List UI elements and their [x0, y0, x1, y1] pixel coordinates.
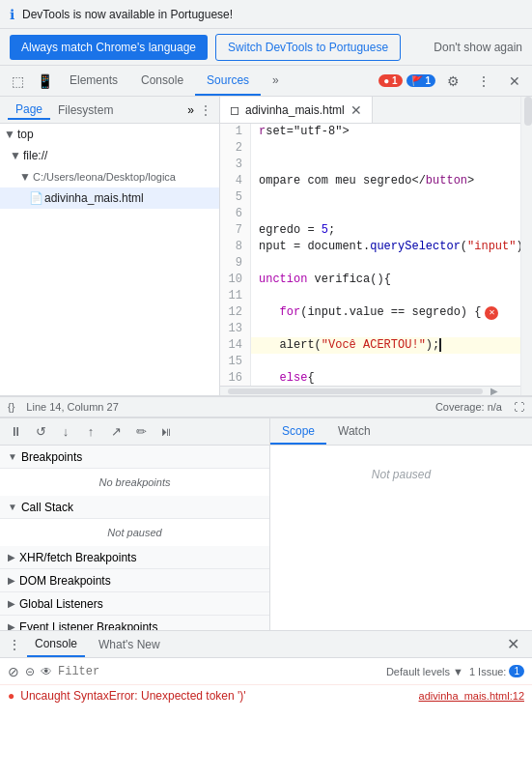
- code-editor[interactable]: 1 rset="utf-8"> 2 3 4 ompare com meu seg…: [220, 124, 520, 386]
- level-dropdown[interactable]: Default levels ▼: [386, 666, 463, 677]
- more-tree-icon[interactable]: »: [187, 103, 194, 117]
- event-title: Event Listener Breakpoints: [19, 620, 157, 631]
- eye-icon[interactable]: 👁: [41, 665, 52, 678]
- dom-breakpoints-header[interactable]: ▶ DOM Breakpoints: [0, 569, 269, 592]
- pretty-print-icon[interactable]: {}: [8, 401, 14, 413]
- call-stack-header[interactable]: ▼ Call Stack: [0, 496, 269, 519]
- scroll-right-icon[interactable]: ▶: [490, 386, 502, 395]
- error-text: Uncaught SyntaxError: Unexpected token '…: [20, 689, 245, 703]
- settings-icon[interactable]: ⚙: [439, 68, 466, 95]
- code-line-16: 16 else{: [220, 370, 520, 386]
- line-column-info[interactable]: Line 14, Column 27: [26, 401, 118, 413]
- notification-bar: ℹ DevTools is now available in Portugues…: [0, 0, 532, 29]
- tree-item-top[interactable]: ▼ top: [0, 124, 219, 145]
- xhr-title: XHR/fetch Breakpoints: [19, 551, 136, 564]
- xhr-breakpoints-header[interactable]: ▶ XHR/fetch Breakpoints: [0, 546, 269, 569]
- error-source-link[interactable]: adivinha_mais.html:12: [419, 690, 524, 702]
- tab-scope[interactable]: Scope: [270, 418, 326, 445]
- inspect-icon[interactable]: ⬚: [4, 68, 31, 95]
- code-line-2: 2: [220, 140, 520, 157]
- step-out-button[interactable]: ↑: [79, 420, 102, 444]
- vertical-scrollbar[interactable]: [520, 97, 532, 395]
- flag-badge[interactable]: 🚩 1: [406, 74, 435, 87]
- more-tabs-icon[interactable]: »: [261, 66, 291, 96]
- button-bar: Always match Chrome's language Switch De…: [0, 29, 532, 66]
- clear-console-icon[interactable]: ⊘: [8, 664, 19, 679]
- tree-menu-icon[interactable]: ⋮: [200, 103, 211, 117]
- console-menu-icon[interactable]: ⋮: [8, 637, 21, 652]
- tab-filesystem[interactable]: Filesystem: [50, 101, 121, 119]
- scroll-thumb-v: [524, 97, 532, 126]
- expand-icon[interactable]: ⛶: [514, 401, 524, 413]
- coverage-info[interactable]: Coverage: n/a: [435, 401, 502, 413]
- tree-item-folder[interactable]: ▼ C:/Users/leona/Desktop/logica: [0, 166, 219, 187]
- tab-sources[interactable]: Sources: [195, 66, 261, 96]
- step-button[interactable]: ↗: [104, 420, 127, 444]
- tab-page[interactable]: Page: [8, 101, 50, 120]
- match-language-button[interactable]: Always match Chrome's language: [10, 35, 208, 60]
- device-icon[interactable]: 📱: [31, 68, 58, 95]
- step-over-button[interactable]: ↺: [29, 420, 52, 444]
- filter-icon[interactable]: ⊝: [25, 665, 35, 678]
- code-line-3: 3: [220, 157, 520, 173]
- main-tabs: Elements Console Sources »: [58, 66, 378, 96]
- console-filter-input[interactable]: [58, 665, 380, 678]
- pause-button[interactable]: ⏸: [4, 420, 27, 444]
- async-button[interactable]: ⏯: [154, 420, 178, 444]
- left-debug-panel: ⏸ ↺ ↓ ↑ ↗ ✏ ⏯ ▼ Breakpoints No breakpoin…: [0, 418, 270, 630]
- breakpoints-empty: No breakpoints: [0, 469, 269, 496]
- file-tab-icon: ◻: [230, 103, 239, 117]
- event-arrow: ▶: [8, 621, 15, 630]
- notification-text: DevTools is now available in Portuguese!: [22, 8, 522, 21]
- code-line-5: 5: [220, 189, 520, 206]
- tab-watch[interactable]: Watch: [326, 418, 382, 445]
- info-icon: ℹ: [10, 7, 14, 22]
- debug-toolbar: ⏸ ↺ ↓ ↑ ↗ ✏ ⏯: [0, 418, 269, 446]
- code-line-1: 1 rset="utf-8">: [220, 124, 520, 140]
- right-debug-panel: Scope Watch Not paused: [270, 418, 532, 630]
- step-into-button[interactable]: ↓: [54, 420, 77, 444]
- tree-item-file[interactable]: ▼ file://: [0, 145, 219, 166]
- issue-badge[interactable]: 1 Issue: 1: [469, 665, 524, 677]
- horizontal-scrollbar[interactable]: ▶: [220, 386, 520, 395]
- file-tree-panel: Page Filesystem » ⋮ ▼ top ▼ file:// ▼ C:…: [0, 97, 220, 395]
- code-line-14: 14 alert("Você ACERTOU!");: [220, 337, 520, 354]
- code-line-13: 13: [220, 321, 520, 337]
- global-listeners-header[interactable]: ▶ Global Listeners: [0, 592, 269, 616]
- code-line-6: 6: [220, 206, 520, 222]
- close-file-tab-icon[interactable]: ✕: [350, 102, 362, 118]
- global-arrow: ▶: [8, 598, 15, 609]
- call-stack-empty: Not paused: [0, 519, 269, 546]
- code-file-tab[interactable]: ◻ adivinha_mais.html ✕: [220, 97, 373, 123]
- main-content: Page Filesystem » ⋮ ▼ top ▼ file:// ▼ C:…: [0, 97, 532, 396]
- scope-watch-tabs: Scope Watch: [270, 418, 532, 446]
- not-paused-message: Not paused: [270, 446, 532, 504]
- debug-panel-content: ▼ Breakpoints No breakpoints ▼ Call Stac…: [0, 446, 269, 630]
- tab-whats-new[interactable]: What's New: [91, 631, 168, 657]
- close-devtools-icon[interactable]: ✕: [501, 68, 528, 95]
- deactivate-button[interactable]: ✏: [129, 420, 153, 444]
- issue-count: 1: [509, 665, 524, 677]
- switch-devtools-button[interactable]: Switch DevTools to Portuguese: [215, 34, 401, 61]
- error-line: ● Uncaught SyntaxError: Unexpected token…: [0, 684, 532, 706]
- console-bar: ⋮ Console What's New ✕: [0, 630, 532, 657]
- dom-title: DOM Breakpoints: [19, 574, 111, 588]
- close-console-icon[interactable]: ✕: [501, 635, 524, 653]
- status-bar: {} Line 14, Column 27 Coverage: n/a ⛶: [0, 396, 532, 417]
- error-icon: ●: [8, 689, 14, 703]
- breakpoints-header[interactable]: ▼ Breakpoints: [0, 446, 269, 469]
- error-badge[interactable]: ● 1: [378, 74, 402, 87]
- code-editor-area: ◻ adivinha_mais.html ✕ 1 rset="utf-8"> 2…: [220, 97, 520, 395]
- code-line-9: 9: [220, 255, 520, 272]
- call-stack-arrow: ▼: [8, 502, 17, 512]
- scrollbar-thumb-h: [228, 388, 483, 394]
- event-listener-breakpoints-header[interactable]: ▶ Event Listener Breakpoints: [0, 616, 269, 630]
- code-line-11: 11: [220, 288, 520, 304]
- breakpoints-arrow: ▼: [8, 451, 17, 462]
- dont-show-button[interactable]: Don't show again: [434, 41, 522, 54]
- tree-item-html-file[interactable]: 📄 adivinha_mais.html: [0, 187, 219, 209]
- tab-console[interactable]: Console: [129, 66, 195, 96]
- tab-console-active[interactable]: Console: [27, 631, 85, 657]
- tab-elements[interactable]: Elements: [58, 66, 129, 96]
- more-options-icon[interactable]: ⋮: [470, 68, 497, 95]
